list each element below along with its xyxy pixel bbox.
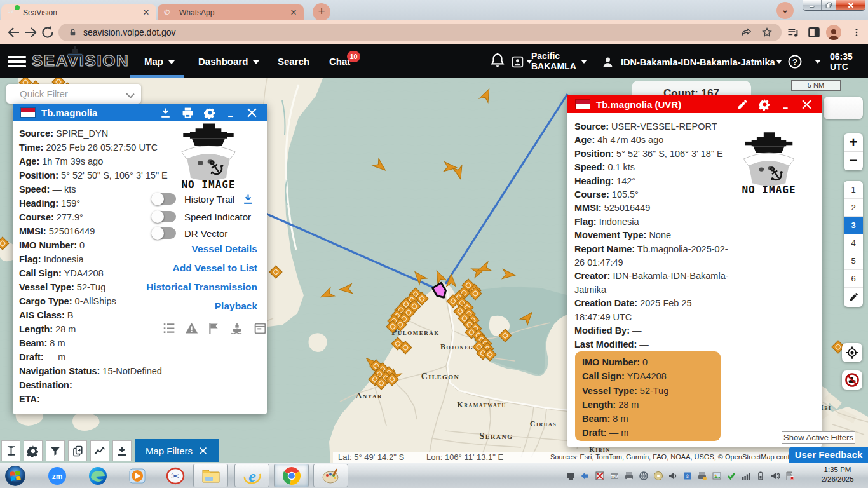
minimize-icon[interactable]: [226, 107, 236, 119]
nav-search[interactable]: Search: [278, 56, 309, 67]
start-button[interactable]: [4, 464, 27, 487]
toggle-switch[interactable]: [154, 193, 177, 205]
list-icon[interactable]: [163, 322, 176, 335]
history-trail-toggle[interactable]: History Trail: [154, 193, 254, 205]
address-bar[interactable]: seavision.volpe.dot.gov: [58, 24, 782, 41]
map-filters-button[interactable]: Map Filters: [135, 439, 219, 462]
minimize-icon[interactable]: [781, 98, 790, 111]
tray-icon-4[interactable]: [624, 471, 634, 481]
caret-down-icon[interactable]: [815, 60, 821, 64]
nav-dashboard[interactable]: Dashboard: [198, 56, 259, 67]
toggle-switch[interactable]: [154, 210, 177, 223]
share-icon[interactable]: [741, 27, 752, 38]
map-canvas[interactable]: PulomerakBojonegaraCilegonAnyarKramatwat…: [0, 78, 868, 463]
tab-seavision[interactable]: SeaVision ✕: [1, 4, 156, 20]
tray-icon-8[interactable]: 文: [682, 471, 693, 481]
edit-pencil-icon[interactable]: [736, 98, 749, 111]
help-icon[interactable]: [787, 54, 803, 69]
zoom-level-1[interactable]: 1: [844, 181, 863, 199]
copy-tool-button[interactable]: [68, 440, 87, 461]
ship-icon[interactable]: [229, 322, 245, 335]
bookmark-star-icon[interactable]: [761, 27, 773, 38]
chart-tool-button[interactable]: [90, 440, 109, 461]
alert-icon[interactable]: [185, 322, 198, 335]
tray-icon-14[interactable]: [770, 471, 780, 481]
back-icon[interactable]: [6, 25, 22, 40]
tab-close-icon[interactable]: ✕: [288, 8, 299, 18]
tray-icon-15[interactable]: [785, 471, 795, 481]
hide-vessels-button[interactable]: [842, 370, 862, 390]
zoom-level-3[interactable]: 3: [844, 217, 863, 234]
window-close-button[interactable]: [836, 0, 865, 11]
reload-icon[interactable]: [40, 25, 55, 40]
caret-down-icon[interactable]: [581, 60, 587, 64]
tray-icon-7[interactable]: [668, 471, 678, 481]
paint-taskbar-button[interactable]: [313, 464, 348, 487]
window-minimize-button[interactable]: [803, 0, 822, 11]
quick-filter-dropdown[interactable]: Quick Filter: [6, 84, 141, 104]
zoom-in-button[interactable]: +: [844, 133, 863, 152]
edge-app-icon[interactable]: [86, 464, 109, 487]
tray-icon-3[interactable]: TPM: [609, 471, 620, 481]
playback-link[interactable]: Playback: [215, 301, 257, 312]
collapsed-panel[interactable]: [824, 97, 863, 119]
tab-whatsapp[interactable]: WhatsApp ✕: [158, 4, 304, 20]
tray-icon-10[interactable]: [712, 471, 722, 481]
reading-list-icon[interactable]: [787, 26, 799, 39]
popup-header[interactable]: Tb.magnolia: [13, 104, 267, 121]
internet-explorer-taskbar-button[interactable]: e: [234, 464, 269, 487]
locate-button[interactable]: [842, 343, 862, 362]
dr-vector-toggle[interactable]: DR Vector: [154, 227, 227, 240]
tray-icon-6[interactable]: [653, 471, 663, 481]
file-explorer-taskbar-button[interactable]: [193, 464, 228, 487]
profile-avatar[interactable]: [826, 25, 841, 40]
flag-icon[interactable]: [207, 322, 220, 335]
tray-icon-12[interactable]: [741, 471, 751, 481]
window-restore-button[interactable]: [822, 0, 836, 11]
show-active-filters-button[interactable]: Show Active Filters: [782, 431, 855, 444]
zoom-level-4[interactable]: 4: [844, 234, 863, 252]
tray-icon-0[interactable]: [566, 471, 576, 481]
side-panel-icon[interactable]: [808, 26, 820, 39]
taskbar-clock[interactable]: 1:35 PM 2/26/2025: [815, 465, 860, 484]
new-tab-button[interactable]: +: [313, 3, 330, 21]
settings-gear-icon[interactable]: [759, 98, 771, 111]
tray-icon-5[interactable]: [639, 471, 649, 481]
tray-icon-11[interactable]: [726, 471, 736, 481]
vessel-details-link[interactable]: Vessel Details: [192, 243, 257, 255]
user-feedback-button[interactable]: User Feedback: [789, 447, 868, 463]
download-tool-button[interactable]: [112, 440, 132, 461]
tab-close-icon[interactable]: ✕: [141, 8, 151, 18]
download-icon[interactable]: [159, 107, 172, 119]
zoom-level-6[interactable]: 6: [844, 270, 863, 288]
username[interactable]: IDN-Bakamla-IDN-Bakamla-Jatmika: [621, 57, 775, 67]
add-vessel-to-list-link[interactable]: Add Vessel to List: [172, 262, 257, 274]
close-icon[interactable]: [801, 98, 813, 111]
media-player-app-icon[interactable]: [126, 464, 149, 487]
tab-search-button[interactable]: ⌄: [776, 2, 794, 19]
forward-icon[interactable]: [23, 25, 38, 40]
nav-map[interactable]: Map: [144, 56, 175, 67]
popup-header[interactable]: Tb.magnolia (UVR): [567, 95, 822, 113]
tray-icon-1[interactable]: [580, 471, 590, 481]
menu-dots-icon[interactable]: [851, 26, 862, 39]
zoom-app-icon[interactable]: zm: [46, 464, 69, 487]
measure-tool-button[interactable]: [1, 440, 20, 461]
filter-tool-button[interactable]: [46, 440, 65, 461]
tray-icon-2[interactable]: [595, 471, 605, 481]
speed-indicator-toggle[interactable]: Speed Indicator: [154, 210, 251, 223]
tray-icon-13[interactable]: [756, 471, 766, 481]
account-icon[interactable]: [511, 55, 524, 69]
zoom-out-button[interactable]: −: [844, 152, 863, 170]
chrome-taskbar-button[interactable]: [274, 464, 309, 487]
draw-pencil-button[interactable]: [844, 288, 863, 307]
user-icon[interactable]: [601, 55, 614, 69]
account-name[interactable]: PacificBAKAMLA: [531, 51, 576, 71]
settings-tool-button[interactable]: [24, 440, 43, 461]
snipping-tool-app-icon[interactable]: ✂: [164, 464, 187, 487]
zoom-level-5[interactable]: 5: [844, 252, 863, 270]
zoom-level-2[interactable]: 2: [844, 199, 863, 217]
tray-icon-9[interactable]: [697, 471, 707, 481]
caret-down-icon[interactable]: [776, 60, 782, 64]
hamburger-menu-icon[interactable]: [8, 56, 26, 67]
